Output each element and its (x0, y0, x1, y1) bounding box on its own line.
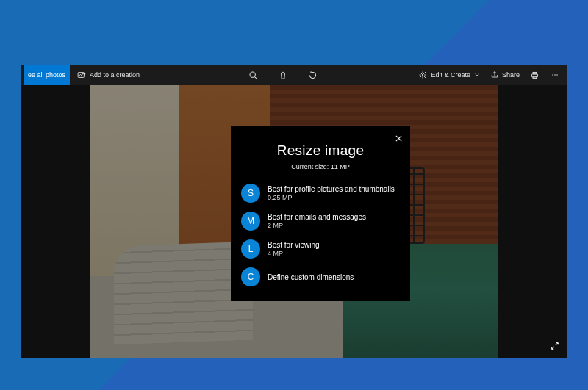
option-text: Best for emails and messages 2 MP (268, 212, 366, 231)
photo-viewport: Resize image Current size: 11 MP S Best … (21, 85, 567, 358)
app-toolbar: ee all photos Add to a creation (21, 65, 567, 85)
print-icon[interactable] (530, 71, 539, 80)
delete-icon[interactable] (279, 71, 287, 80)
svg-point-1 (82, 73, 83, 74)
edit-icon (418, 71, 427, 79)
size-badge: M (241, 212, 260, 231)
svg-point-8 (556, 74, 558, 76)
page-background: ee all photos Add to a creation (0, 0, 588, 390)
option-text: Best for profile pictures and thumbnails… (268, 184, 395, 203)
svg-point-2 (250, 72, 255, 77)
edit-create-label: Edit & Create (431, 71, 470, 79)
resize-option-s[interactable]: S Best for profile pictures and thumbnai… (231, 179, 410, 207)
option-primary: Best for viewing (268, 240, 320, 250)
rotate-icon[interactable] (308, 71, 318, 80)
chevron-down-icon (474, 72, 480, 78)
size-badge: L (241, 239, 260, 259)
resize-option-m[interactable]: M Best for emails and messages 2 MP (231, 207, 410, 235)
edit-create-button[interactable]: Edit & Create (418, 71, 480, 79)
dialog-title: Resize image (231, 142, 410, 159)
svg-rect-4 (533, 72, 537, 73)
toolbar-left: ee all photos Add to a creation (24, 65, 147, 85)
option-secondary: 2 MP (268, 222, 366, 231)
see-all-photos-button[interactable]: ee all photos (24, 65, 70, 85)
resize-option-custom[interactable]: C Define custom dimensions (231, 263, 410, 291)
size-badge: S (241, 184, 260, 203)
option-primary: Best for emails and messages (268, 212, 366, 222)
option-primary: Define custom dimensions (268, 272, 354, 282)
size-badge: C (241, 267, 260, 286)
option-primary: Best for profile pictures and thumbnails (268, 184, 395, 194)
share-icon (490, 71, 499, 79)
option-text: Define custom dimensions (268, 272, 354, 282)
fullscreen-icon[interactable] (550, 341, 560, 351)
svg-point-6 (552, 74, 553, 76)
toolbar-right: Edit & Create Share (418, 71, 564, 80)
toolbar-center (147, 71, 418, 80)
add-to-creation-button[interactable]: Add to a creation (70, 65, 147, 85)
more-icon[interactable] (550, 71, 560, 79)
option-secondary: 4 MP (268, 250, 320, 259)
add-to-creation-label: Add to a creation (90, 71, 140, 79)
resize-image-dialog: Resize image Current size: 11 MP S Best … (231, 126, 410, 301)
photos-app-window: ee all photos Add to a creation (21, 65, 567, 358)
add-to-creation-icon (77, 71, 86, 79)
share-button[interactable]: Share (490, 71, 520, 79)
svg-point-7 (554, 74, 556, 76)
share-label: Share (502, 71, 520, 79)
close-button[interactable] (391, 131, 406, 145)
see-all-label: ee all photos (28, 71, 65, 79)
zoom-icon[interactable] (248, 71, 258, 80)
resize-option-l[interactable]: L Best for viewing 4 MP (231, 235, 410, 263)
option-secondary: 0.25 MP (268, 194, 395, 203)
dialog-subtitle: Current size: 11 MP (231, 163, 410, 170)
option-text: Best for viewing 4 MP (268, 240, 320, 259)
close-icon (395, 134, 403, 142)
